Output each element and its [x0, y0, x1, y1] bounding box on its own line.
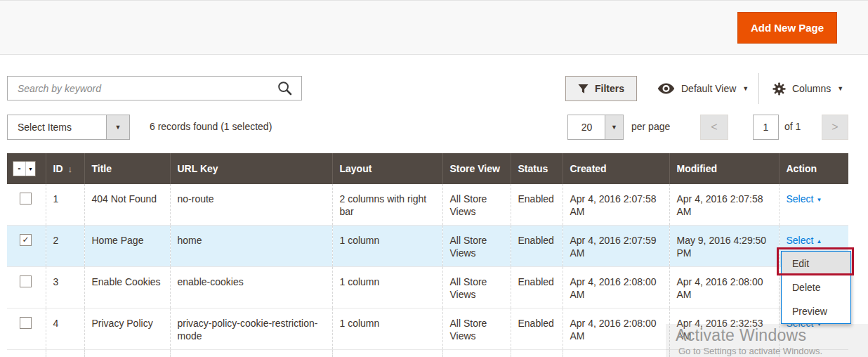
cell-url-key: enable-cookies [170, 266, 332, 308]
row-action-select[interactable]: Select▼ [787, 193, 822, 205]
action-menu-item-preview[interactable]: Preview [782, 299, 850, 323]
cell-status: Enabled [511, 184, 563, 225]
checkmark-icon: ✓ [22, 233, 29, 246]
per-page-value: 20 [568, 115, 605, 139]
search-input[interactable] [7, 76, 302, 100]
records-summary: 6 records found (1 selected) [150, 121, 272, 132]
filters-button[interactable]: Filters [565, 76, 637, 101]
activate-windows-watermark: Activate Windows [676, 326, 806, 345]
cell-store-view: All Store Views [442, 225, 511, 266]
row-select-cell [7, 184, 46, 225]
keyword-search [7, 76, 302, 100]
cell-url-key: home [170, 225, 332, 266]
action-menu-item-delete[interactable]: Delete [782, 275, 850, 299]
table-row: 1 404 Not Found no-route 2 columns with … [7, 184, 848, 225]
column-header-store-view[interactable]: Store View [442, 153, 511, 184]
cell-modified: Apr 4, 2016 2:07:58 AM [669, 184, 779, 225]
row-action-menu: Edit Delete Preview [781, 251, 851, 324]
cell-store-view: All Store Views [442, 266, 511, 308]
chevron-down-icon: ▼ [115, 124, 121, 131]
previous-page-button[interactable]: < [700, 115, 728, 140]
cell-id: 2 [46, 225, 84, 266]
sort-descending-icon: ↓ [68, 164, 73, 174]
eye-icon [657, 83, 675, 94]
columns-control[interactable]: Columns ▼ [772, 76, 843, 101]
action-menu-item-edit[interactable]: Edit [782, 252, 850, 275]
search-icon[interactable] [277, 81, 292, 96]
select-all-header: - ▼ [7, 153, 46, 184]
cell-created: Apr 4, 2016 2:08:00 AM [563, 308, 669, 349]
cell-status: Enabled [511, 308, 563, 349]
column-header-modified[interactable]: Modified [669, 153, 779, 184]
row-action-select-open[interactable]: Select▲ [787, 235, 822, 246]
filter-funnel-icon [578, 84, 588, 94]
next-page-button[interactable]: > [822, 115, 848, 140]
cell-created: Apr 4, 2016 2:07:58 AM [563, 184, 669, 225]
row-checkbox[interactable] [20, 317, 32, 329]
cell-store-view: All Store Views [442, 308, 511, 349]
table-header-row: - ▼ ID↓ Title URL Key Layout Store View … [7, 153, 848, 184]
column-header-action: Action [779, 153, 848, 184]
column-header-created[interactable]: Created [563, 153, 669, 184]
chevron-down-icon: ▼ [26, 167, 35, 171]
column-header-title[interactable]: Title [84, 153, 170, 184]
select-all-dash: - [13, 162, 25, 175]
cell-created: Apr 4, 2016 2:07:59 AM [563, 225, 669, 266]
row-select-cell: ✓ [7, 225, 46, 266]
column-header-id[interactable]: ID↓ [46, 153, 84, 184]
gear-icon [772, 82, 786, 96]
cell-layout: 1 column [332, 308, 442, 349]
columns-label: Columns [792, 83, 831, 94]
cell-modified: Apr 4, 2016 2:08:00 AM [669, 266, 779, 308]
per-page-label: per page [631, 121, 670, 132]
cell-status: Enabled [511, 225, 563, 266]
cell-created: Apr 4, 2016 2:08:00 AM [563, 266, 669, 308]
add-new-page-button[interactable]: Add New Page [737, 12, 837, 44]
mass-action-select[interactable]: Select Items ▼ [7, 115, 130, 140]
default-view-switcher[interactable]: Default View ▼ [657, 76, 749, 101]
cell-title: 404 Not Found [84, 184, 170, 225]
toolbar-divider [758, 73, 759, 104]
cell-title: Enable Cookies [84, 266, 170, 308]
per-page-select[interactable]: 20 ▼ [567, 115, 624, 140]
chevron-down-icon: ▼ [816, 197, 822, 203]
default-view-label: Default View [681, 83, 736, 94]
table-row: ✓ 2 Home Page home 1 column All Store Vi… [7, 225, 848, 266]
cell-layout: 1 column [332, 225, 442, 266]
chevron-down-icon: ▼ [837, 86, 843, 92]
mass-action-label: Select Items [18, 115, 72, 139]
cell-title: Home Page [84, 225, 170, 266]
cell-id: 1 [46, 184, 84, 225]
chevron-up-icon: ▲ [816, 238, 822, 245]
chevron-down-icon: ▼ [611, 124, 617, 131]
row-select-cell [7, 308, 46, 349]
current-page-input[interactable] [753, 115, 779, 140]
cell-url-key: no-route [170, 184, 332, 225]
cell-store-view: All Store Views [442, 184, 511, 225]
mass-action-caret-button[interactable]: ▼ [106, 115, 129, 139]
cell-title: Privacy Policy [84, 308, 170, 349]
total-pages-label: of 1 [784, 121, 801, 132]
row-checkbox-checked[interactable]: ✓ [20, 234, 32, 246]
cell-url-key: privacy-policy-cookie-restriction-mode [170, 308, 332, 349]
table-row: 3 Enable Cookies enable-cookies 1 column… [7, 266, 848, 308]
row-checkbox[interactable] [20, 193, 32, 205]
cell-id: 4 [46, 308, 84, 349]
filters-label: Filters [595, 83, 624, 94]
select-all-control[interactable]: - ▼ [13, 161, 36, 176]
cell-action: Select▼ [779, 184, 848, 225]
per-page-caret-button[interactable]: ▼ [605, 115, 623, 139]
column-header-url-key[interactable]: URL Key [170, 153, 332, 184]
cms-pages-grid-screen: Add New Page Filters Default View ▼ [0, 0, 868, 357]
activate-windows-subtext: Go to Settings to activate Windows. [678, 346, 822, 356]
row-checkbox[interactable] [20, 275, 32, 287]
column-header-status[interactable]: Status [511, 153, 563, 184]
cell-layout: 1 column [332, 266, 442, 308]
cell-status: Enabled [511, 266, 563, 308]
cell-layout: 2 columns with right bar [332, 184, 442, 225]
column-header-layout[interactable]: Layout [332, 153, 442, 184]
cell-id: 3 [46, 266, 84, 308]
cell-modified: May 9, 2016 4:29:50 PM [669, 225, 779, 266]
row-select-cell [7, 266, 46, 308]
chevron-down-icon: ▼ [742, 86, 749, 92]
